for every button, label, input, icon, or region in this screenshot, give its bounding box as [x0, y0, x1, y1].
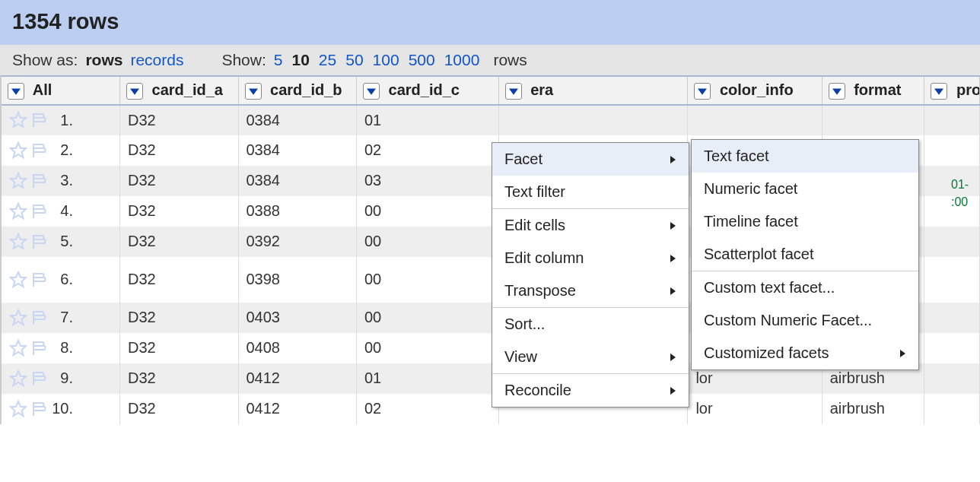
star-icon[interactable] [9, 111, 27, 129]
cell-prod[interactable] [924, 303, 980, 333]
column-dropdown-era[interactable] [505, 83, 522, 100]
svg-marker-1 [130, 88, 139, 94]
flag-icon[interactable] [30, 400, 49, 418]
star-icon[interactable] [9, 233, 27, 251]
cell-card-id-c[interactable]: 02 [357, 394, 499, 424]
menu-item-label: View [504, 348, 537, 366]
chevron-down-icon [130, 87, 139, 96]
star-icon[interactable] [9, 141, 27, 160]
cell-card-id-b[interactable]: 0388 [238, 196, 357, 227]
cell-card-id-c[interactable]: 01 [357, 105, 499, 135]
show-as-records[interactable]: records [130, 51, 183, 69]
cell-prod[interactable] [924, 105, 980, 135]
submenu-item-text-facet[interactable]: Text facet [692, 140, 918, 173]
page-size-500[interactable]: 500 [409, 51, 435, 69]
cell-card-id-b[interactable]: 0384 [238, 166, 357, 196]
cell-card-id-a[interactable]: D32 [120, 105, 239, 135]
svg-marker-11 [11, 204, 26, 218]
cell-card-id-b[interactable]: 0403 [238, 303, 357, 333]
cell-card-id-b[interactable]: 0384 [238, 105, 357, 135]
cell-card-id-a[interactable]: D32 [120, 333, 239, 363]
cell-card-id-b[interactable]: 0408 [238, 333, 357, 363]
submenu-item-customized-facets[interactable]: Customized facets [692, 337, 918, 369]
cell-card-id-c[interactable]: 03 [357, 166, 499, 196]
cell-format[interactable]: airbrush [822, 394, 924, 424]
flag-icon[interactable] [30, 172, 49, 190]
cell-prod[interactable] [924, 394, 980, 424]
cell-card-id-c[interactable]: 00 [357, 303, 499, 333]
show-as-rows[interactable]: rows [85, 51, 123, 69]
menu-item-edit-cells[interactable]: Edit cells [492, 209, 689, 242]
cell-card-id-b[interactable]: 0384 [238, 135, 357, 166]
flag-icon[interactable] [30, 369, 49, 388]
menu-item-text-filter[interactable]: Text filter [492, 176, 689, 208]
menu-item-reconcile[interactable]: Reconcile [492, 374, 689, 407]
cell-card-id-b[interactable]: 0412 [238, 394, 357, 424]
flag-icon[interactable] [30, 111, 49, 129]
column-dropdown-card-id-c[interactable] [363, 83, 380, 100]
submenu-item-timeline-facet[interactable]: Timeline facet [692, 205, 918, 238]
cell-card-id-c[interactable]: 00 [357, 227, 499, 257]
flag-icon[interactable] [30, 339, 49, 357]
menu-item-sort[interactable]: Sort... [492, 308, 689, 341]
page-size-10[interactable]: 10 [292, 51, 310, 69]
column-dropdown-card-id-b[interactable] [245, 83, 262, 100]
cell-prod[interactable] [924, 363, 980, 394]
column-dropdown-format[interactable] [829, 83, 845, 100]
menu-item-edit-column[interactable]: Edit column [492, 242, 689, 274]
page-size-5[interactable]: 5 [274, 51, 283, 69]
cell-prod[interactable] [924, 257, 980, 303]
cell-color-info[interactable] [688, 105, 822, 135]
menu-item-transpose[interactable]: Transpose [492, 274, 689, 307]
flag-icon[interactable] [30, 309, 49, 327]
cell-prod[interactable] [924, 227, 980, 257]
cell-format[interactable] [822, 105, 924, 135]
flag-icon[interactable] [30, 271, 49, 289]
cell-prod[interactable] [924, 333, 980, 363]
page-size-1000[interactable]: 1000 [444, 51, 480, 69]
submenu-item-numeric-facet[interactable]: Numeric facet [692, 173, 918, 205]
flag-icon[interactable] [30, 233, 49, 251]
cell-prod[interactable] [924, 135, 980, 166]
cell-era[interactable] [498, 105, 688, 135]
cell-card-id-c[interactable]: 01 [357, 363, 499, 394]
menu-item-facet[interactable]: Facet [492, 143, 689, 176]
cell-card-id-a[interactable]: D32 [120, 303, 239, 333]
star-icon[interactable] [9, 339, 27, 357]
page-size-50[interactable]: 50 [345, 51, 363, 69]
cell-card-id-a[interactable]: D32 [120, 166, 239, 196]
cell-color-info[interactable]: lor [688, 394, 822, 424]
flag-icon[interactable] [30, 141, 49, 160]
flag-icon[interactable] [30, 202, 49, 220]
cell-card-id-a[interactable]: D32 [120, 257, 239, 303]
menu-item-view[interactable]: View [492, 341, 689, 373]
cell-card-id-a[interactable]: D32 [120, 227, 239, 257]
cell-card-id-c[interactable]: 02 [357, 135, 499, 166]
column-dropdown-prod[interactable] [931, 83, 947, 100]
cell-card-id-a[interactable]: D32 [120, 363, 239, 394]
submenu-item-custom-numeric-facet[interactable]: Custom Numeric Facet... [692, 304, 918, 337]
cell-card-id-a[interactable]: D32 [120, 394, 239, 424]
column-dropdown-card-id-a[interactable] [126, 83, 143, 100]
cell-card-id-b[interactable]: 0412 [238, 363, 357, 394]
star-icon[interactable] [9, 202, 27, 220]
cell-card-id-c[interactable]: 00 [357, 196, 499, 227]
page-size-25[interactable]: 25 [319, 51, 336, 69]
star-icon[interactable] [9, 271, 27, 289]
cell-card-id-a[interactable]: D32 [120, 135, 239, 166]
cell-card-id-b[interactable]: 0398 [238, 257, 357, 303]
cell-card-id-c[interactable]: 00 [357, 257, 499, 303]
cell-card-id-b[interactable]: 0392 [238, 227, 357, 257]
star-icon[interactable] [9, 369, 27, 388]
row-number: 5. [52, 233, 75, 250]
page-size-100[interactable]: 100 [373, 51, 399, 69]
star-icon[interactable] [9, 309, 27, 327]
cell-card-id-c[interactable]: 00 [357, 333, 499, 363]
column-dropdown-all[interactable] [8, 83, 24, 100]
star-icon[interactable] [9, 400, 27, 418]
column-dropdown-color-info[interactable] [694, 83, 711, 100]
submenu-item-custom-text-facet[interactable]: Custom text facet... [692, 271, 918, 304]
star-icon[interactable] [9, 172, 27, 190]
submenu-item-scatterplot-facet[interactable]: Scatterplot facet [692, 238, 918, 271]
cell-card-id-a[interactable]: D32 [120, 196, 239, 227]
